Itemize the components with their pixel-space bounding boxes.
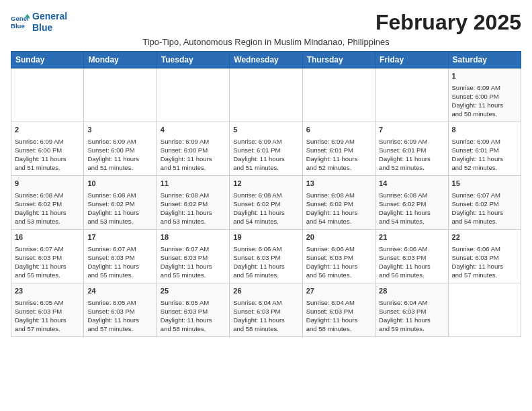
day-info-line: Daylight: 11 hours — [306, 262, 371, 271]
week-row-5: 23Sunrise: 6:05 AMSunset: 6:03 PMDayligh… — [11, 283, 521, 337]
day-number: 20 — [306, 232, 371, 242]
day-info-line: Sunset: 6:01 PM — [452, 146, 517, 154]
logo-text: General Blue — [32, 11, 67, 34]
day-info-line: Sunset: 6:02 PM — [87, 199, 152, 208]
day-info-line: and 56 minutes. — [233, 271, 298, 279]
day-header-friday: Friday — [375, 52, 448, 68]
day-info-line: Sunset: 6:03 PM — [87, 307, 152, 316]
day-number: 24 — [87, 286, 152, 296]
day-header-wednesday: Wednesday — [230, 52, 302, 68]
day-info-line: Sunrise: 6:07 AM — [87, 244, 152, 253]
day-info-line: Sunset: 6:03 PM — [379, 307, 444, 316]
calendar-cell: 9Sunrise: 6:08 AMSunset: 6:02 PMDaylight… — [11, 176, 84, 230]
logo-line1: General — [32, 11, 67, 21]
day-info-line: Sunrise: 6:09 AM — [379, 137, 444, 146]
calendar-cell: 6Sunrise: 6:09 AMSunset: 6:01 PMDaylight… — [302, 122, 375, 176]
title-block: February 2025 — [375, 11, 521, 34]
day-number: 26 — [233, 286, 298, 296]
calendar-cell: 25Sunrise: 6:05 AMSunset: 6:03 PMDayligh… — [157, 283, 229, 337]
day-info-line: Sunrise: 6:09 AM — [452, 137, 517, 146]
day-number: 18 — [161, 232, 226, 242]
day-info-line: and 53 minutes. — [15, 217, 80, 226]
calendar-cell: 15Sunrise: 6:07 AMSunset: 6:02 PMDayligh… — [448, 176, 521, 230]
day-info-line: Daylight: 11 hours — [452, 262, 517, 271]
day-info-line: Sunrise: 6:08 AM — [379, 191, 444, 199]
day-number: 11 — [161, 179, 226, 189]
day-info-line: and 56 minutes. — [379, 271, 444, 279]
day-header-saturday: Saturday — [448, 52, 521, 68]
day-info-line: Sunset: 6:00 PM — [161, 146, 226, 154]
calendar: SundayMondayTuesdayWednesdayThursdayFrid… — [11, 51, 521, 337]
day-info-line: and 53 minutes. — [87, 217, 152, 226]
calendar-cell: 11Sunrise: 6:08 AMSunset: 6:02 PMDayligh… — [157, 176, 229, 230]
calendar-cell: 19Sunrise: 6:06 AMSunset: 6:03 PMDayligh… — [230, 230, 302, 283]
day-info-line: Daylight: 11 hours — [233, 262, 298, 271]
day-info-line: Daylight: 11 hours — [15, 208, 80, 217]
calendar-cell: 24Sunrise: 6:05 AMSunset: 6:03 PMDayligh… — [84, 283, 157, 337]
day-info-line: Sunrise: 6:08 AM — [15, 191, 80, 199]
day-info-line: Daylight: 11 hours — [161, 208, 226, 217]
day-info-line: Sunset: 6:02 PM — [161, 199, 226, 208]
day-number: 15 — [452, 179, 517, 189]
day-number: 2 — [15, 125, 80, 135]
calendar-cell: 2Sunrise: 6:09 AMSunset: 6:00 PMDaylight… — [11, 122, 84, 176]
page-header: General Blue General Blue February 2025 — [11, 11, 521, 34]
week-row-2: 2Sunrise: 6:09 AMSunset: 6:00 PMDaylight… — [11, 122, 521, 176]
day-info-line: Sunrise: 6:08 AM — [233, 191, 298, 199]
day-header-tuesday: Tuesday — [157, 52, 229, 68]
day-number: 21 — [379, 232, 444, 242]
day-number: 25 — [161, 286, 226, 296]
day-info-line: Sunrise: 6:08 AM — [161, 191, 226, 199]
day-info-line: Daylight: 11 hours — [379, 154, 444, 163]
calendar-cell: 7Sunrise: 6:09 AMSunset: 6:01 PMDaylight… — [375, 122, 448, 176]
day-info-line: Sunrise: 6:07 AM — [161, 244, 226, 253]
day-info-line: Sunrise: 6:05 AM — [15, 298, 80, 307]
day-info-line: Sunrise: 6:07 AM — [15, 244, 80, 253]
day-info-line: Daylight: 11 hours — [87, 316, 152, 324]
day-info-line: Daylight: 11 hours — [15, 316, 80, 324]
calendar-cell: 12Sunrise: 6:08 AMSunset: 6:02 PMDayligh… — [230, 176, 302, 230]
day-info-line: and 57 minutes. — [15, 324, 80, 333]
day-number: 23 — [15, 286, 80, 296]
calendar-cell: 18Sunrise: 6:07 AMSunset: 6:03 PMDayligh… — [157, 230, 229, 283]
day-info-line: Sunrise: 6:04 AM — [306, 298, 371, 307]
day-info-line: Sunrise: 6:09 AM — [306, 137, 371, 146]
day-number: 5 — [233, 125, 298, 135]
calendar-body: 1Sunrise: 6:09 AMSunset: 6:00 PMDaylight… — [11, 68, 521, 337]
day-info-line: Daylight: 11 hours — [379, 316, 444, 324]
day-number: 9 — [15, 179, 80, 189]
day-number: 8 — [452, 125, 517, 135]
day-info-line: Sunset: 6:02 PM — [233, 199, 298, 208]
day-info-line: and 55 minutes. — [161, 271, 226, 279]
day-info-line: Daylight: 11 hours — [306, 208, 371, 217]
calendar-cell: 16Sunrise: 6:07 AMSunset: 6:03 PMDayligh… — [11, 230, 84, 283]
day-number: 10 — [87, 179, 152, 189]
day-info-line: Sunset: 6:03 PM — [452, 253, 517, 262]
day-info-line: and 54 minutes. — [379, 217, 444, 226]
header-row: SundayMondayTuesdayWednesdayThursdayFrid… — [11, 52, 521, 68]
day-info-line: Daylight: 11 hours — [452, 101, 517, 109]
day-info-line: Sunrise: 6:08 AM — [87, 191, 152, 199]
calendar-cell: 8Sunrise: 6:09 AMSunset: 6:01 PMDaylight… — [448, 122, 521, 176]
calendar-cell: 23Sunrise: 6:05 AMSunset: 6:03 PMDayligh… — [11, 283, 84, 337]
week-row-3: 9Sunrise: 6:08 AMSunset: 6:02 PMDaylight… — [11, 176, 521, 230]
day-info-line: Daylight: 11 hours — [233, 316, 298, 324]
logo-icon: General Blue — [11, 13, 30, 32]
calendar-cell — [448, 283, 521, 337]
day-info-line: Sunrise: 6:09 AM — [233, 137, 298, 146]
calendar-cell: 26Sunrise: 6:04 AMSunset: 6:03 PMDayligh… — [230, 283, 302, 337]
day-info-line: and 53 minutes. — [161, 217, 226, 226]
day-number: 28 — [379, 286, 444, 296]
day-info-line: Daylight: 11 hours — [306, 316, 371, 324]
day-info-line: Daylight: 11 hours — [87, 154, 152, 163]
day-info-line: and 52 minutes. — [379, 163, 444, 172]
day-info-line: Daylight: 11 hours — [15, 154, 80, 163]
day-info-line: Sunset: 6:02 PM — [379, 199, 444, 208]
calendar-cell — [11, 68, 84, 122]
day-info-line: Daylight: 11 hours — [452, 154, 517, 163]
day-header-thursday: Thursday — [302, 52, 375, 68]
day-info-line: Sunset: 6:03 PM — [233, 307, 298, 316]
day-info-line: and 54 minutes. — [233, 217, 298, 226]
day-info-line: and 58 minutes. — [233, 324, 298, 333]
day-info-line: and 52 minutes. — [452, 163, 517, 172]
